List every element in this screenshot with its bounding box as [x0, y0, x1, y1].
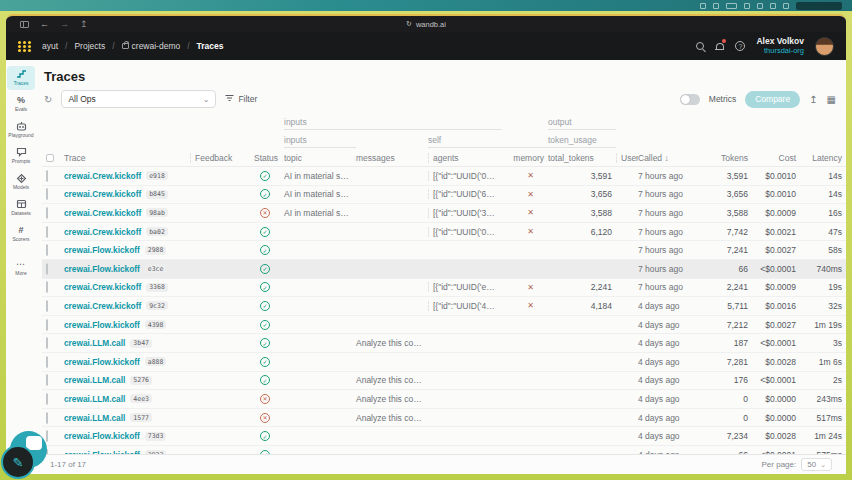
trace-link[interactable]: crewai.Flow.kickoff — [64, 431, 140, 441]
trace-link[interactable]: crewai.Flow.kickoff — [64, 320, 140, 330]
filter-button[interactable]: Filter — [225, 94, 257, 104]
sidebar-item-more[interactable]: ⋯More — [7, 256, 35, 280]
trace-link[interactable]: crewai.Crew.kickoff — [64, 301, 141, 311]
trace-link[interactable]: crewai.Crew.kickoff — [64, 282, 141, 292]
per-page-select[interactable]: 50 ⌄ — [801, 458, 832, 471]
trace-link[interactable]: crewai.LLM.call — [64, 375, 125, 385]
sidebar-item-prompts[interactable]: Prompts — [7, 144, 35, 168]
row-checkbox[interactable] — [46, 356, 48, 368]
table-row[interactable]: crewai.Flow.kickoff73d3✓4 days ago7,234$… — [42, 427, 846, 446]
trace-link[interactable]: crewai.LLM.call — [64, 394, 125, 404]
column-settings-icon[interactable]: ▦ — [827, 94, 836, 105]
sidebar-item-traces[interactable]: Traces — [7, 66, 35, 90]
table-row[interactable]: crewai.LLM.call5276✓Analyze this conten.… — [42, 372, 846, 391]
column-header-latency[interactable]: Latency — [800, 153, 846, 163]
breadcrumb-projects[interactable]: Projects — [74, 41, 105, 51]
metrics-toggle[interactable] — [680, 94, 700, 105]
sidebar-item-models[interactable]: Models — [7, 170, 35, 194]
trace-link[interactable]: crewai.Crew.kickoff — [64, 227, 141, 237]
table-row[interactable]: crewai.Crew.kickoffba02✓[{"id":"UUID('04… — [42, 223, 846, 242]
trace-link[interactable]: crewai.Flow.kickoff — [64, 357, 140, 367]
traces-table: inputs output inputs self token_usage Tr… — [36, 113, 846, 454]
table-row[interactable]: crewai.Crew.kickoff9c32✓[{"id":"UUID('45… — [42, 297, 846, 316]
column-header-memory[interactable]: memory — [502, 153, 548, 163]
column-header-agents[interactable]: agents — [428, 153, 502, 163]
table-row[interactable]: crewai.LLM.call3b47✓Analyze this conten.… — [42, 334, 846, 353]
row-checkbox[interactable] — [46, 263, 48, 275]
table-row[interactable]: crewai.Crew.kickoff98ab✕AI in material s… — [42, 204, 846, 223]
row-checkbox[interactable] — [46, 337, 48, 349]
table-row[interactable]: crewai.Flow.kickoffe3ce✓7 hours ago66<$0… — [42, 260, 846, 279]
user-org[interactable]: thursdai-org — [756, 47, 804, 56]
trace-link[interactable]: crewai.Crew.kickoff — [64, 189, 141, 199]
row-checkbox[interactable] — [46, 374, 48, 386]
notifications-icon[interactable] — [715, 42, 724, 51]
column-header-total_tokens[interactable]: total_tokens — [548, 153, 616, 163]
cell-called: 7 hours ago — [638, 227, 698, 237]
column-header-called[interactable]: Called ↓ — [638, 153, 698, 163]
row-checkbox[interactable] — [46, 170, 48, 182]
column-header-trace[interactable]: Trace — [64, 153, 190, 163]
table-row[interactable]: crewai.LLM.call1577✕Analyze this conten.… — [42, 409, 846, 428]
column-header-topic[interactable]: topic — [284, 153, 356, 163]
row-checkbox[interactable] — [46, 281, 48, 293]
status-success-icon: ✓ — [260, 245, 270, 255]
sidebar-item-datasets[interactable]: Datasets — [7, 196, 35, 220]
breadcrumb-entity[interactable]: ayut — [42, 41, 58, 51]
table-row[interactable]: crewai.Crew.kickoffe918✓AI in material s… — [42, 167, 846, 186]
ops-selector[interactable]: All Ops ⌄ — [61, 90, 216, 108]
cell-topic: AI in material science — [284, 171, 356, 181]
trace-link[interactable]: crewai.Crew.kickoff — [64, 171, 141, 181]
table-row[interactable]: crewai.LLM.call4ee3✕Analyze this conten.… — [42, 390, 846, 409]
compare-button[interactable]: Compare — [745, 91, 800, 108]
search-icon[interactable] — [696, 42, 704, 50]
row-checkbox[interactable] — [46, 244, 48, 256]
wandb-logo[interactable] — [18, 41, 32, 52]
column-header-tokens[interactable]: Tokens — [698, 153, 752, 163]
forward-icon[interactable]: → — [60, 19, 69, 29]
column-header-messages[interactable]: messages — [356, 153, 428, 163]
table-row[interactable]: crewai.Crew.kickoff3368✓[{"id":"UUID('e8… — [42, 279, 846, 298]
row-checkbox[interactable] — [46, 319, 48, 331]
table-row[interactable]: crewai.Flow.kickoff3923✓4 days ago66<$0.… — [42, 446, 846, 454]
help-icon[interactable]: ? — [735, 41, 745, 51]
refresh-icon[interactable]: ↻ — [44, 94, 52, 105]
trace-link[interactable]: crewai.LLM.call — [64, 413, 125, 423]
avatar[interactable] — [815, 37, 834, 56]
row-checkbox[interactable] — [46, 412, 48, 424]
column-header-user[interactable]: User — [616, 153, 638, 163]
back-icon[interactable]: ← — [40, 19, 49, 29]
cell-tokens: 7,234 — [698, 431, 752, 441]
annotate-pencil-button[interactable]: ✎ — [1, 445, 35, 479]
table-row[interactable]: crewai.Crew.kickoffb845✓AI in material s… — [42, 186, 846, 205]
select-all-checkbox[interactable] — [46, 154, 54, 162]
table-row[interactable]: crewai.Flow.kickoff2988✓7 hours ago7,241… — [42, 241, 846, 260]
row-checkbox[interactable] — [46, 430, 48, 442]
trace-id-chip: a888 — [145, 357, 167, 366]
row-checkbox[interactable] — [46, 226, 48, 238]
row-checkbox[interactable] — [46, 207, 48, 219]
breadcrumb-project[interactable]: crewai-demo — [122, 41, 181, 51]
table-row[interactable]: crewai.Flow.kickoffa888✓4 days ago7,281$… — [42, 353, 846, 372]
column-header-feedback[interactable]: Feedback — [190, 153, 254, 163]
row-checkbox[interactable] — [46, 393, 48, 405]
row-checkbox[interactable] — [46, 188, 48, 200]
trace-link[interactable]: crewai.Flow.kickoff — [64, 245, 140, 255]
trace-link[interactable]: crewai.Flow.kickoff — [64, 264, 140, 274]
sidebar-item-scorers[interactable]: #Scorers — [7, 222, 35, 246]
sidebar-item-evals[interactable]: %Evals — [7, 92, 35, 116]
sidebar-toggle-icon[interactable] — [20, 21, 29, 28]
url-bar[interactable]: ↻ wandb.ai — [406, 20, 446, 29]
export-icon[interactable]: ↥ — [809, 94, 817, 105]
breadcrumb-traces[interactable]: Traces — [197, 41, 224, 51]
user-info: Alex Volkov thursdai-org — [756, 37, 804, 55]
table-row[interactable]: crewai.Flow.kickoff4398✓4 days ago7,212$… — [42, 316, 846, 335]
cell-cost: <$0.0001 — [752, 375, 800, 385]
row-checkbox[interactable] — [46, 300, 48, 312]
sidebar-item-playground[interactable]: Playground — [7, 118, 35, 142]
column-header-cost[interactable]: Cost — [752, 153, 800, 163]
share-icon[interactable]: ↥ — [80, 19, 88, 29]
trace-link[interactable]: crewai.Crew.kickoff — [64, 208, 141, 218]
column-header-status[interactable]: Status — [254, 153, 284, 163]
trace-link[interactable]: crewai.LLM.call — [64, 338, 125, 348]
